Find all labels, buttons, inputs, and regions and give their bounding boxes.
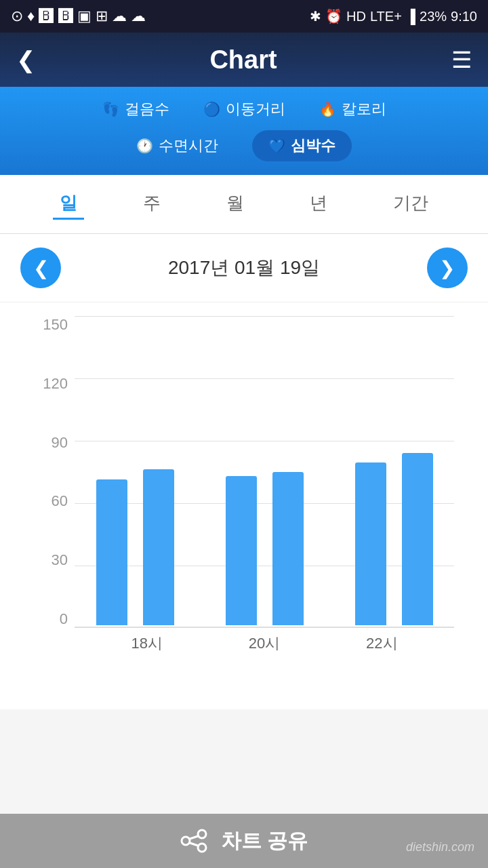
calories-icon: 🔥 [319, 101, 336, 117]
tab-period[interactable]: 기간 [386, 189, 435, 220]
filter-heartrate-label: 심박수 [291, 136, 336, 156]
bar-20-1 [226, 476, 257, 625]
status-bar-right: ✱ ⏰ HD LTE+ ▐ 23% 9:10 [310, 8, 477, 24]
filter-distance[interactable]: 🔵 이동거리 [203, 99, 285, 119]
heartrate-icon: 💙 [268, 138, 285, 154]
y-label-60: 60 [34, 492, 68, 510]
alarm-icon: ⏰ [325, 8, 342, 24]
filter-row-1: 👣 걸음수 🔵 이동거리 🔥 칼로리 [20, 99, 468, 119]
filter-heartrate[interactable]: 💙 심박수 [252, 130, 352, 161]
current-date: 2017년 01월 19일 [168, 255, 320, 281]
chart-area: 150 120 90 60 30 0 [0, 302, 488, 709]
bar-column-18 [96, 479, 127, 625]
bar-22-1 [355, 462, 386, 625]
share-bar[interactable]: 차트 공유 dietshin.com [0, 814, 488, 868]
y-label-150: 150 [34, 316, 68, 334]
y-label-120: 120 [34, 375, 68, 393]
header: ❮ Chart ☰ [0, 33, 488, 87]
share-label: 차트 공유 [221, 827, 308, 855]
filter-row-2: 🕐 수면시간 💙 심박수 [20, 130, 468, 161]
svg-line-3 [190, 836, 198, 839]
filter-steps[interactable]: 👣 걸음수 [102, 99, 169, 119]
filter-calories-label: 칼로리 [342, 99, 386, 119]
sleep-icon: 🕐 [136, 138, 153, 154]
bar-column-20 [226, 476, 257, 625]
status-bar-left: ⊙ ♦ 🅱 🅱 ▣ ⊞ ☁ ☁ [11, 7, 146, 25]
bar-column-20b [272, 472, 304, 625]
y-label-30: 30 [34, 551, 68, 569]
bar-18-1 [96, 479, 127, 625]
bar-18-2 [143, 469, 174, 625]
distance-icon: 🔵 [203, 101, 220, 117]
period-tabs: 일 주 월 년 기간 [0, 175, 488, 234]
bar-column-22b [402, 453, 433, 625]
svg-point-2 [198, 844, 206, 852]
prev-date-button[interactable]: ❮ [20, 248, 61, 288]
lte-label: LTE+ [370, 9, 402, 24]
tab-year[interactable]: 년 [303, 189, 334, 220]
svg-point-1 [182, 837, 190, 845]
filter-distance-label: 이동거리 [226, 99, 285, 119]
chart-container: 150 120 90 60 30 0 [34, 316, 454, 669]
battery-label: 23% [420, 9, 447, 24]
tab-month[interactable]: 월 [220, 189, 251, 220]
y-axis: 150 120 90 60 30 0 [34, 316, 68, 628]
x-label-18: 18시 [120, 633, 174, 654]
menu-button[interactable]: ☰ [451, 46, 472, 73]
signal-icon: ▐ [406, 9, 415, 24]
bar-20-2 [272, 472, 304, 625]
filter-steps-label: 걸음수 [125, 99, 169, 119]
svg-point-0 [198, 830, 206, 838]
y-label-90: 90 [34, 434, 68, 452]
bars-group [75, 313, 454, 625]
bar-column-22 [355, 462, 386, 625]
tab-week[interactable]: 주 [136, 189, 167, 220]
bar-column-18b [143, 469, 174, 625]
steps-icon: 👣 [102, 101, 119, 117]
filter-section: 👣 걸음수 🔵 이동거리 🔥 칼로리 🕐 수면시간 💙 심박수 [0, 87, 488, 175]
time-label: 9:10 [451, 9, 477, 24]
chart-plot: 18시 20시 22시 [75, 316, 454, 628]
y-label-0: 0 [34, 610, 68, 628]
back-button[interactable]: ❮ [16, 46, 35, 73]
tab-day[interactable]: 일 [53, 189, 84, 220]
filter-sleep-label: 수면시간 [159, 136, 218, 156]
hd-icon: HD [346, 9, 366, 24]
x-labels: 18시 20시 22시 [75, 633, 454, 654]
x-label-20: 20시 [237, 633, 291, 654]
next-date-button[interactable]: ❯ [427, 248, 468, 288]
date-navigation: ❮ 2017년 01월 19일 ❯ [0, 234, 488, 302]
bluetooth-icon: ✱ [310, 8, 321, 24]
filter-sleep[interactable]: 🕐 수면시간 [136, 130, 218, 161]
share-icon [180, 829, 207, 853]
page-title: Chart [209, 45, 277, 75]
x-label-22: 22시 [354, 633, 409, 654]
svg-line-4 [190, 843, 198, 846]
filter-calories[interactable]: 🔥 칼로리 [319, 99, 386, 119]
status-bar: ⊙ ♦ 🅱 🅱 ▣ ⊞ ☁ ☁ ✱ ⏰ HD LTE+ ▐ 23% 9:10 [0, 0, 488, 33]
watermark: dietshin.com [406, 840, 474, 854]
notification-icons: ⊙ ♦ 🅱 🅱 ▣ ⊞ ☁ ☁ [11, 7, 146, 25]
bar-22-2 [402, 453, 433, 625]
